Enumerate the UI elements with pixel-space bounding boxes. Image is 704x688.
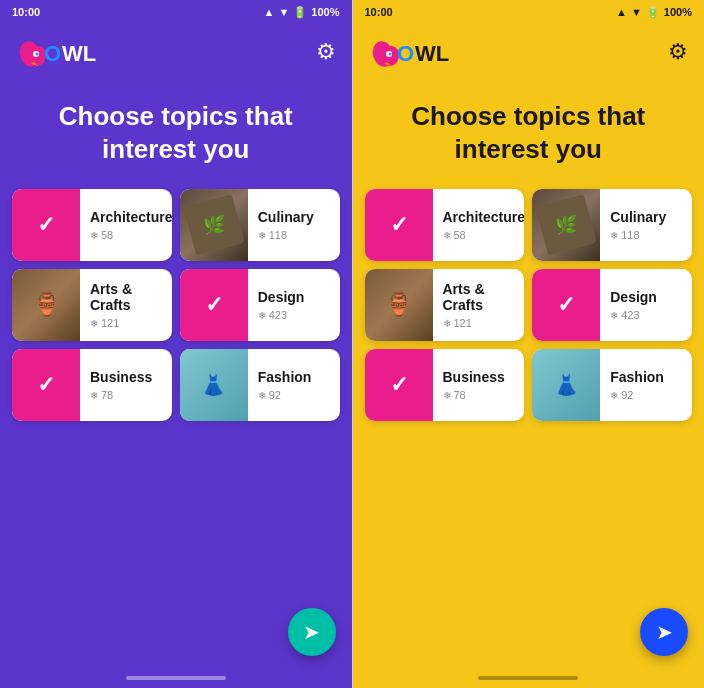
topic-name-culinary: Culinary: [610, 209, 682, 225]
topic-count-culinary: ❄ 118: [610, 229, 682, 241]
svg-text:WL: WL: [62, 41, 96, 66]
count-value: 92: [621, 389, 633, 401]
owl-logo: O WL: [369, 34, 459, 70]
status-icons: ▲ ▼ 🔋 100%: [264, 6, 340, 19]
count-value: 78: [454, 389, 466, 401]
app-header: O WL ⚙: [353, 24, 705, 80]
settings-button[interactable]: ⚙: [668, 39, 688, 65]
topic-count-artscraft: ❄ 121: [443, 317, 515, 329]
topic-count-business: ❄ 78: [443, 389, 515, 401]
topic-count-artscraft: ❄ 121: [90, 317, 162, 329]
count-value: 423: [269, 309, 287, 321]
wifi-icon: ▼: [631, 6, 642, 18]
topic-name-architecture: Architecture: [443, 209, 525, 225]
topic-thumb-checked: ✓: [365, 349, 433, 421]
count-value: 121: [101, 317, 119, 329]
topic-info-culinary: Culinary ❄ 118: [248, 201, 340, 249]
count-icon: ❄: [443, 318, 451, 329]
count-icon: ❄: [258, 310, 266, 321]
topic-name-fashion: Fashion: [610, 369, 682, 385]
topic-name-artscraft: Arts & Crafts: [443, 281, 515, 313]
topic-info-fashion: Fashion ❄ 92: [600, 361, 692, 409]
count-icon: ❄: [258, 230, 266, 241]
topic-count-business: ❄ 78: [90, 389, 162, 401]
topic-card-culinary[interactable]: Culinary ❄ 118: [532, 189, 692, 261]
hero-title: Choose topics that interest you: [385, 100, 673, 165]
count-value: 423: [621, 309, 639, 321]
svg-text:WL: WL: [415, 41, 449, 66]
topic-name-design: Design: [258, 289, 330, 305]
topic-info-culinary: Culinary ❄ 118: [600, 201, 692, 249]
topic-info-architecture: Architecture ❄ 58: [80, 201, 172, 249]
count-value: 58: [101, 229, 113, 241]
app-logo: O WL: [16, 34, 106, 70]
topic-name-fashion: Fashion: [258, 369, 330, 385]
topic-card-design[interactable]: ✓ Design ❄ 423: [532, 269, 692, 341]
hero-section: Choose topics that interest you: [353, 80, 705, 189]
next-arrow-icon: ➤: [303, 620, 320, 644]
signal-icon: ▲: [264, 6, 275, 18]
phone-panel-light: 10:00 ▲ ▼ 🔋 100% O: [353, 0, 705, 688]
topic-card-business[interactable]: ✓ Business ❄ 78: [365, 349, 525, 421]
topic-info-artscraft: Arts & Crafts ❄ 121: [80, 273, 172, 337]
svg-text:O: O: [397, 41, 414, 66]
topic-card-architecture[interactable]: ✓ Architecture ❄ 58: [365, 189, 525, 261]
count-value: 92: [269, 389, 281, 401]
next-fab[interactable]: ➤: [640, 608, 688, 656]
app-logo: O WL: [369, 34, 459, 70]
settings-button[interactable]: ⚙: [316, 39, 336, 65]
topic-card-culinary[interactable]: Culinary ❄ 118: [180, 189, 340, 261]
owl-logo: O WL: [16, 34, 106, 70]
battery-icon: 🔋: [646, 6, 660, 19]
svg-point-11: [388, 53, 391, 56]
topic-card-architecture[interactable]: ✓ Architecture ❄ 58: [12, 189, 172, 261]
count-value: 118: [269, 229, 287, 241]
count-icon: ❄: [258, 390, 266, 401]
hero-section: Choose topics that interest you: [0, 80, 352, 189]
topic-card-fashion[interactable]: Fashion ❄ 92: [180, 349, 340, 421]
svg-point-4: [36, 53, 39, 56]
topic-thumb-artscraft: [365, 269, 433, 341]
count-icon: ❄: [610, 230, 618, 241]
home-indicator: [126, 676, 226, 680]
count-icon: ❄: [443, 230, 451, 241]
topic-card-artscraft[interactable]: Arts & Crafts ❄ 121: [365, 269, 525, 341]
topic-thumb-checked: ✓: [365, 189, 433, 261]
topic-thumb-fashion: [180, 349, 248, 421]
topics-grid: ✓ Architecture ❄ 58 Culinary ❄ 118: [353, 189, 705, 421]
topic-name-business: Business: [90, 369, 162, 385]
home-indicator: [478, 676, 578, 680]
topic-card-artscraft[interactable]: Arts & Crafts ❄ 121: [12, 269, 172, 341]
hero-title: Choose topics that interest you: [32, 100, 320, 165]
topic-info-design: Design ❄ 423: [248, 281, 340, 329]
check-icon: ✓: [557, 292, 575, 318]
topic-name-business: Business: [443, 369, 515, 385]
check-icon: ✓: [205, 292, 223, 318]
topics-grid: ✓ Architecture ❄ 58 Culinary ❄ 118: [0, 189, 352, 421]
topic-info-business: Business ❄ 78: [433, 361, 525, 409]
signal-icon: ▲: [616, 6, 627, 18]
topic-count-culinary: ❄ 118: [258, 229, 330, 241]
topic-thumb-culinary: [532, 189, 600, 261]
topic-thumb-checked: ✓: [532, 269, 600, 341]
topic-name-design: Design: [610, 289, 682, 305]
count-icon: ❄: [443, 390, 451, 401]
topic-info-business: Business ❄ 78: [80, 361, 172, 409]
next-arrow-icon: ➤: [656, 620, 673, 644]
status-icons: ▲ ▼ 🔋 100%: [616, 6, 692, 19]
topic-thumb-artscraft: [12, 269, 80, 341]
status-time: 10:00: [365, 6, 393, 18]
topic-count-design: ❄ 423: [610, 309, 682, 321]
topic-card-business[interactable]: ✓ Business ❄ 78: [12, 349, 172, 421]
svg-text:O: O: [44, 41, 61, 66]
topic-info-fashion: Fashion ❄ 92: [248, 361, 340, 409]
next-fab[interactable]: ➤: [288, 608, 336, 656]
status-bar: 10:00 ▲ ▼ 🔋 100%: [0, 0, 352, 24]
topic-name-architecture: Architecture: [90, 209, 172, 225]
topic-count-design: ❄ 423: [258, 309, 330, 321]
topic-info-design: Design ❄ 423: [600, 281, 692, 329]
topic-name-culinary: Culinary: [258, 209, 330, 225]
topic-card-design[interactable]: ✓ Design ❄ 423: [180, 269, 340, 341]
count-value: 118: [621, 229, 639, 241]
topic-card-fashion[interactable]: Fashion ❄ 92: [532, 349, 692, 421]
